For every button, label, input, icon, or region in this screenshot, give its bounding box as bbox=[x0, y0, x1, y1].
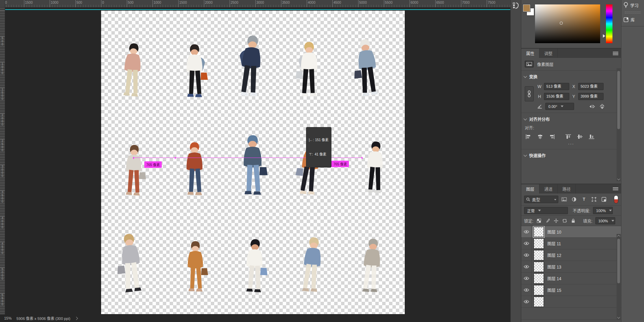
quick-actions-section-header[interactable]: 快速操作 bbox=[521, 149, 621, 160]
dock-drag-handle[interactable] bbox=[625, 12, 641, 13]
flip-horizontal-icon[interactable] bbox=[589, 104, 596, 109]
layer-name[interactable]: 图层 14 bbox=[547, 275, 561, 281]
scroll-down-icon[interactable] bbox=[617, 177, 620, 180]
link-dimensions-icon[interactable] bbox=[525, 86, 534, 101]
figure-leg bbox=[309, 69, 315, 93]
opacity-field[interactable]: 100% bbox=[593, 207, 613, 214]
panel-menu-icon[interactable] bbox=[613, 52, 618, 55]
panel-menu-icon[interactable] bbox=[613, 187, 618, 191]
measurement-tooltip: |←: 151 像素 ⊤: 41 像素 bbox=[306, 127, 331, 168]
layer-row[interactable] bbox=[521, 296, 621, 308]
learn-label: 学习 bbox=[630, 2, 639, 8]
layer-name[interactable]: 图层 11 bbox=[547, 240, 561, 246]
align-horizontal-center-icon[interactable] bbox=[537, 134, 543, 139]
lock-all-padlock-icon[interactable] bbox=[570, 218, 576, 224]
ruler-origin-corner[interactable] bbox=[0, 0, 5, 8]
figure-shoe bbox=[126, 192, 132, 195]
ruler-label: 5500 bbox=[0, 293, 4, 306]
visibility-toggle[interactable] bbox=[521, 261, 532, 272]
scroll-up-icon[interactable] bbox=[617, 235, 620, 238]
align-more-button[interactable]: ··· bbox=[521, 140, 621, 149]
hue-slider[interactable] bbox=[606, 4, 612, 43]
layer-name[interactable]: 图层 12 bbox=[547, 252, 561, 258]
lock-position-move-icon[interactable] bbox=[553, 218, 559, 224]
status-chevron-icon[interactable] bbox=[75, 317, 78, 320]
rotation-angle-dropdown[interactable]: 0.00° bbox=[545, 103, 574, 110]
x-position-field[interactable]: 5023 像素 bbox=[578, 83, 604, 90]
tab-paths[interactable]: 路径 bbox=[558, 184, 576, 194]
lock-transparency-icon[interactable] bbox=[536, 218, 542, 224]
align-vertical-center-icon[interactable] bbox=[577, 134, 583, 139]
learn-panel-button[interactable]: 学习 bbox=[621, 0, 644, 10]
scrollbar-thumb[interactable] bbox=[617, 71, 620, 129]
height-field[interactable]: 1536 像素 bbox=[544, 93, 569, 100]
layer-row[interactable]: 图层 14 bbox=[521, 273, 621, 284]
visibility-toggle[interactable] bbox=[521, 249, 532, 261]
layer-thumbnail[interactable] bbox=[534, 297, 544, 307]
filter-kind-dropdown[interactable]: 类型 bbox=[524, 196, 558, 203]
layer-row[interactable]: 图层 13 bbox=[521, 261, 621, 273]
ruler-label: 500 bbox=[0, 36, 4, 46]
fill-field[interactable]: 100% bbox=[595, 217, 615, 224]
layer-name[interactable]: 图层 10 bbox=[547, 229, 561, 235]
document-info[interactable]: 5906 像素 x 5906 像素 (300 ppi) bbox=[16, 315, 70, 321]
canvas-figure bbox=[352, 212, 389, 296]
saturation-brightness-field[interactable] bbox=[535, 4, 600, 43]
layer-thumbnail[interactable] bbox=[534, 238, 544, 249]
scrollbar-thumb[interactable] bbox=[617, 239, 620, 283]
flip-vertical-icon[interactable] bbox=[599, 104, 606, 109]
visibility-toggle[interactable] bbox=[521, 226, 532, 237]
align-right-icon[interactable] bbox=[549, 134, 555, 139]
libraries-panel-button[interactable]: 库 bbox=[621, 15, 644, 25]
vertical-ruler[interactable]: 5001000150020002500300035004000450050005… bbox=[0, 8, 5, 314]
scroll-down-icon[interactable] bbox=[617, 316, 620, 319]
layer-name[interactable]: 图层 13 bbox=[547, 264, 561, 270]
filter-smart-objects-icon[interactable] bbox=[600, 196, 607, 203]
layer-thumbnail[interactable] bbox=[534, 262, 544, 272]
tab-adjustments[interactable]: 调整 bbox=[539, 49, 558, 58]
layer-list: 图层 10 图层 11 bbox=[521, 226, 621, 312]
document-viewport[interactable]: 765 像素765 像素 |←: 151 像素 ⊤: 41 像素 bbox=[5, 8, 510, 314]
filter-adjustment-layers-icon[interactable] bbox=[571, 196, 578, 203]
transform-section-header[interactable]: 变换 bbox=[521, 70, 621, 82]
history-panel-icon[interactable] bbox=[512, 1, 520, 10]
layers-scrollbar[interactable] bbox=[617, 234, 621, 320]
lock-artboard-icon[interactable] bbox=[562, 218, 568, 224]
tab-properties[interactable]: 属性 bbox=[521, 49, 539, 58]
width-field[interactable]: 513 像素 bbox=[544, 83, 569, 90]
align-left-icon[interactable] bbox=[525, 134, 532, 139]
lock-pixels-brush-icon[interactable] bbox=[545, 218, 550, 224]
visibility-toggle[interactable] bbox=[521, 273, 532, 284]
layer-row[interactable]: 图层 15 bbox=[521, 284, 621, 296]
layer-row[interactable]: 图层 10 bbox=[521, 226, 621, 238]
canvas-figure bbox=[350, 14, 389, 99]
visibility-toggle[interactable] bbox=[521, 284, 532, 296]
filter-type-layers-icon[interactable]: T bbox=[581, 196, 587, 203]
layer-name[interactable]: 图层 15 bbox=[547, 287, 561, 293]
horizontal-ruler[interactable]: 2000150010005000500100015002000250030003… bbox=[0, 0, 510, 8]
align-section-header[interactable]: 对齐并分布 bbox=[521, 113, 621, 124]
visibility-toggle[interactable] bbox=[521, 238, 532, 249]
align-bottom-icon[interactable] bbox=[588, 134, 595, 139]
visibility-toggle[interactable] bbox=[521, 296, 532, 307]
layer-thumbnail[interactable] bbox=[534, 227, 544, 237]
properties-scrollbar[interactable] bbox=[617, 68, 621, 181]
layer-row[interactable]: 图层 11 bbox=[521, 238, 621, 249]
blend-mode-dropdown[interactable]: 正常 bbox=[524, 207, 568, 214]
layer-row[interactable]: 图层 12 bbox=[521, 249, 621, 261]
layer-thumbnail[interactable] bbox=[534, 285, 544, 295]
filter-on-off-toggle[interactable] bbox=[614, 195, 618, 203]
figure-torso bbox=[242, 47, 261, 69]
color-field-marker[interactable] bbox=[560, 22, 563, 25]
tab-channels[interactable]: 通道 bbox=[539, 184, 558, 194]
layer-thumbnail[interactable] bbox=[534, 250, 544, 260]
zoom-level-field[interactable]: 15% bbox=[4, 316, 12, 320]
filter-pixel-layers-icon[interactable] bbox=[561, 196, 568, 203]
foreground-color-swatch[interactable] bbox=[523, 4, 530, 12]
tab-layers[interactable]: 图层 bbox=[521, 184, 539, 194]
layer-thumbnail[interactable] bbox=[534, 273, 544, 284]
cyan-guide-line[interactable] bbox=[5, 9, 510, 10]
filter-shape-layers-icon[interactable] bbox=[591, 196, 597, 203]
align-top-icon[interactable] bbox=[565, 134, 571, 139]
y-position-field[interactable]: 3999 像素 bbox=[578, 93, 604, 100]
